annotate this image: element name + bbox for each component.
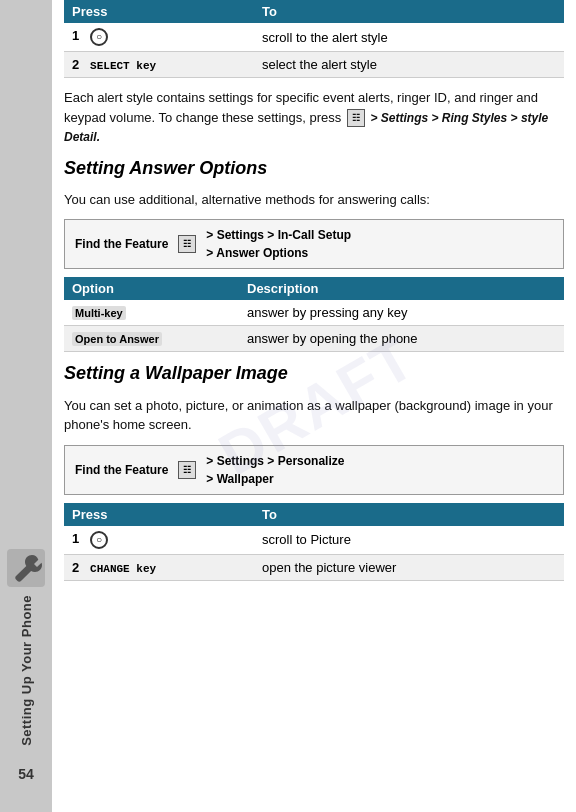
section2-intro: You can set a photo, picture, or animati…	[64, 396, 564, 435]
option-table: Option Description Multi-key answer by p…	[64, 277, 564, 352]
change-key-label: CHANGE key	[90, 563, 156, 575]
top-table-press-header: Press	[64, 0, 254, 23]
find-feature-label-2: Find the Feature	[75, 463, 168, 477]
table-row: 2 CHANGE key open the picture viewer	[64, 554, 564, 580]
table-row: 1 ○ scroll to the alert style	[64, 23, 564, 52]
top-table-to-header: To	[254, 0, 564, 23]
multi-key-label: Multi-key	[72, 306, 126, 320]
row-num-2: 2	[72, 57, 79, 72]
option-open-answer: Open to Answer	[64, 326, 239, 352]
table-row: Open to Answer answer by opening the pho…	[64, 326, 564, 352]
s2-row2-to: open the picture viewer	[254, 554, 564, 580]
desc-multi-key: answer by pressing any key	[239, 300, 564, 326]
s2-row1-press: 1 ○	[64, 526, 254, 555]
sidebar: Setting Up Your Phone 54	[0, 0, 52, 812]
row2-to: select the alert style	[254, 52, 564, 78]
select-key-label: SELECT key	[90, 60, 156, 72]
s2-row-num-1: 1	[72, 531, 79, 546]
s2-nav-circle-icon: ○	[90, 531, 108, 549]
desc-open-answer: answer by opening the phone	[239, 326, 564, 352]
option-header: Option	[64, 277, 239, 300]
table-row: 2 SELECT key select the alert style	[64, 52, 564, 78]
find-feature-path-1: > Settings > In-Call Setup > Answer Opti…	[206, 226, 351, 262]
s2-press-header: Press	[64, 503, 254, 526]
find-feature-box-2: Find the Feature ☷ > Settings > Personal…	[64, 445, 564, 495]
row1-to: scroll to the alert style	[254, 23, 564, 52]
menu-icon-1: ☷	[178, 235, 196, 253]
section2-heading: Setting a Wallpaper Image	[64, 362, 564, 385]
wrench-icon	[7, 549, 45, 587]
option-multi-key: Multi-key	[64, 300, 239, 326]
find-feature-box-1: Find the Feature ☷ > Settings > In-Call …	[64, 219, 564, 269]
body-paragraph-1: Each alert style contains settings for s…	[64, 88, 564, 147]
table-row: 1 ○ scroll to Picture	[64, 526, 564, 555]
s2-row-num-2: 2	[72, 560, 79, 575]
description-header: Description	[239, 277, 564, 300]
section1-heading: Setting Answer Options	[64, 157, 564, 180]
open-answer-label: Open to Answer	[72, 332, 162, 346]
s2-to-header: To	[254, 503, 564, 526]
find-feature-path-2: > Settings > Personalize > Wallpaper	[206, 452, 344, 488]
row2-press: 2 SELECT key	[64, 52, 254, 78]
row1-press: 1 ○	[64, 23, 254, 52]
section2-press-table: Press To 1 ○ scroll to Picture 2 CHANGE …	[64, 503, 564, 581]
nav-circle-icon: ○	[90, 28, 108, 46]
top-press-table: Press To 1 ○ scroll to the alert style 2…	[64, 0, 564, 78]
s2-row1-to: scroll to Picture	[254, 526, 564, 555]
s2-row2-press: 2 CHANGE key	[64, 554, 254, 580]
page-number: 54	[18, 766, 34, 782]
sidebar-label: Setting Up Your Phone	[19, 595, 34, 746]
find-feature-label-1: Find the Feature	[75, 237, 168, 251]
table-row: Multi-key answer by pressing any key	[64, 300, 564, 326]
row-num-1: 1	[72, 28, 79, 43]
main-content: Press To 1 ○ scroll to the alert style 2…	[52, 0, 576, 812]
settings-menu-icon: ☷	[347, 109, 365, 127]
section1-intro: You can use additional, alternative meth…	[64, 190, 564, 210]
menu-icon-2: ☷	[178, 461, 196, 479]
